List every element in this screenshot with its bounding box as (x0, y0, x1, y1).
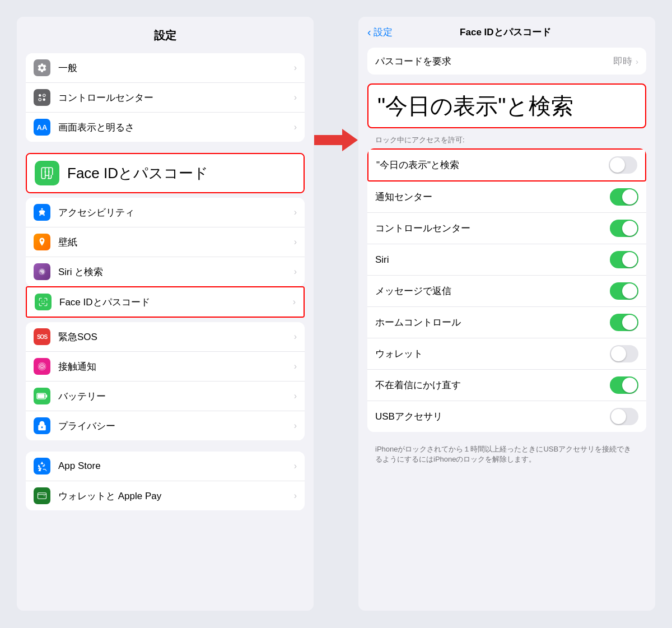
display-icon: AA (34, 119, 50, 136)
notification-toggle-item[interactable]: 通知センター (367, 182, 646, 213)
wallet-icon (34, 487, 50, 504)
siri-icon (34, 263, 50, 280)
settings-item-control[interactable]: コントロールセンター › (26, 83, 305, 113)
big-highlight-box: "今日の表示"と検索 (367, 83, 646, 128)
right-content: パスコードを要求 即時 › "今日の表示"と検索 ロック中にアクセスを許可: "… (358, 43, 655, 611)
message-reply-toggle[interactable] (610, 282, 638, 300)
control-center-label: コントロールセンター (375, 222, 610, 235)
wallet-toggle[interactable] (610, 345, 638, 362)
home-control-toggle-knob (622, 315, 637, 330)
siri-toggle-item[interactable]: Siri (367, 244, 646, 276)
siri-chevron: › (294, 267, 297, 277)
siri-toggle-label: Siri (375, 254, 610, 266)
appstore-chevron: › (294, 461, 297, 471)
control-chevron: › (294, 92, 297, 103)
usb-toggle-knob (611, 409, 626, 424)
sos-label: 緊急SOS (58, 331, 290, 343)
control-center-toggle[interactable] (610, 220, 638, 237)
settings-item-wallet[interactable]: ウォレットと Apple Pay › (26, 481, 305, 510)
missed-call-toggle-item[interactable]: 不在着信にかけ直す (367, 370, 646, 401)
wallet-toggle-item[interactable]: ウォレット (367, 338, 646, 370)
faceid-row-highlight: Face IDとパスコード › (26, 286, 305, 318)
settings-item-accessibility[interactable]: アクセシビリティ › (26, 198, 305, 227)
control-label: コントロールセンター (58, 91, 290, 104)
notification-toggle[interactable] (610, 188, 638, 206)
display-label: 画面表示と明るさ (58, 121, 290, 134)
missed-call-toggle-knob (622, 378, 637, 393)
settings-item-faceid[interactable]: Face IDとパスコード › (27, 287, 304, 317)
control-center-toggle-knob (622, 221, 637, 236)
usb-toggle-item[interactable]: USBアクセサリ (367, 401, 646, 432)
passcode-label: パスコードを要求 (375, 55, 613, 68)
wallet-label: ウォレットと Apple Pay (58, 490, 290, 503)
touch-label: 接触通知 (58, 360, 290, 373)
arrow-container (314, 129, 358, 151)
general-label: 一般 (58, 62, 290, 75)
battery-chevron: › (294, 391, 297, 401)
display-chevron: › (294, 122, 297, 132)
settings-group-2: アクセシビリティ › 壁紙 › Siri と検索 › (26, 198, 305, 286)
settings-item-battery[interactable]: バッテリー › (26, 382, 305, 411)
svg-point-10 (44, 301, 45, 302)
back-label: 設定 (374, 26, 393, 39)
settings-item-appstore[interactable]: App Store › (26, 452, 305, 481)
settings-item-faceid-large[interactable]: Face IDとパスコード (27, 154, 304, 192)
svg-point-5 (48, 171, 50, 173)
battery-label: バッテリー (58, 390, 290, 403)
settings-item-siri[interactable]: Siri と検索 › (26, 257, 305, 286)
settings-group-4: App Store › ウォレットと Apple Pay › (26, 452, 305, 510)
appstore-icon (34, 458, 50, 475)
settings-item-sos[interactable]: SOS 緊急SOS › (26, 322, 305, 352)
settings-item-privacy[interactable]: プライバシー › (26, 411, 305, 440)
svg-point-1 (43, 94, 46, 97)
wallet-toggle-label: ウォレット (375, 347, 610, 360)
passcode-item[interactable]: パスコードを要求 即時 › (367, 48, 646, 75)
sos-icon: SOS (34, 328, 50, 345)
today-toggle-knob (610, 157, 625, 173)
back-link[interactable]: ‹ 設定 (367, 26, 393, 39)
passcode-group: パスコードを要求 即時 › (367, 48, 646, 75)
settings-item-display[interactable]: AA 画面表示と明るさ › (26, 113, 305, 142)
privacy-label: プライバシー (58, 420, 290, 432)
today-toggle[interactable] (609, 156, 637, 174)
settings-item-touch[interactable]: 接触通知 › (26, 352, 305, 382)
usb-note: iPhoneがロックされてから１時間以上経ったときにUSBアクセサリを接続できる… (367, 441, 646, 471)
appstore-label: App Store (58, 460, 290, 472)
svg-rect-16 (38, 394, 45, 398)
wallpaper-label: 壁紙 (58, 236, 290, 249)
faceid-row-label: Face IDとパスコード (59, 296, 288, 309)
touch-icon (34, 358, 50, 375)
svg-point-2 (39, 99, 41, 101)
notification-label: 通知センター (375, 190, 610, 203)
arrow-body (314, 135, 342, 145)
wallpaper-icon (34, 234, 50, 250)
left-settings-list: 一般 › コントロールセンター › AA 画面表示と明るさ › (17, 49, 314, 611)
svg-point-12 (41, 365, 44, 368)
privacy-icon (34, 417, 50, 434)
control-center-toggle-item[interactable]: コントロールセンター (367, 213, 646, 244)
settings-item-general[interactable]: 一般 › (26, 53, 305, 83)
wallet-toggle-knob (611, 346, 626, 361)
svg-point-3 (43, 99, 46, 101)
right-header: ‹ 設定 Face IDとパスコード (358, 17, 655, 43)
settings-group-3: SOS 緊急SOS › 接触通知 › バッテリー › (26, 322, 305, 440)
missed-call-label: 不在着信にかけ直す (375, 379, 610, 392)
home-control-label: ホームコントロール (375, 316, 610, 329)
svg-point-6 (41, 208, 43, 210)
usb-label: USBアクセサリ (375, 410, 610, 423)
message-reply-label: メッセージで返信 (375, 285, 610, 297)
toggles-group: "今日の表示"と検索 通知センター コントロールセンター (367, 148, 646, 432)
message-reply-toggle-item[interactable]: メッセージで返信 (367, 276, 646, 307)
settings-item-wallpaper[interactable]: 壁紙 › (26, 227, 305, 257)
home-control-toggle[interactable] (610, 314, 638, 331)
svg-point-9 (41, 301, 43, 302)
usb-toggle[interactable] (610, 408, 638, 425)
svg-rect-17 (38, 493, 46, 499)
siri-toggle[interactable] (610, 251, 638, 268)
notification-toggle-knob (622, 189, 637, 204)
svg-point-11 (40, 364, 45, 369)
today-toggle-item[interactable]: "今日の表示"と検索 (368, 150, 645, 180)
home-control-toggle-item[interactable]: ホームコントロール (367, 307, 646, 338)
faceid-icon (35, 294, 52, 310)
missed-call-toggle[interactable] (610, 376, 638, 394)
